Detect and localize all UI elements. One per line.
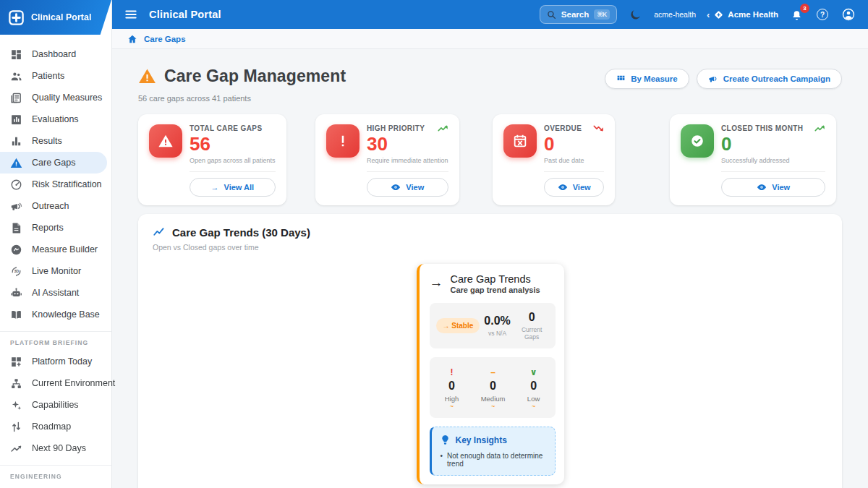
sidebar-item-next-90-days[interactable]: Next 90 Days	[0, 437, 111, 459]
care-gaps-warning-icon	[10, 157, 22, 169]
sidebar-item-label: Outreach	[32, 201, 69, 211]
trend-widget-title: Care Gap Trends	[451, 273, 540, 285]
stat-card-high-priority: HIGH PRIORITY 30 Require immediate atten…	[315, 114, 459, 205]
home-icon[interactable]	[127, 34, 137, 44]
sidebar-item-label: Patients	[32, 71, 64, 81]
divider	[190, 171, 276, 172]
sidebar-item-label: AI Assistant	[32, 288, 79, 298]
divider	[367, 171, 448, 172]
sidebar-item-outreach[interactable]: Outreach	[0, 195, 111, 217]
trend-up-icon	[438, 124, 448, 132]
org-chevron: ‹	[707, 9, 710, 20]
page-content: Care Gap Management By Measure Create Ou…	[112, 49, 868, 488]
sidebar-item-label: Live Monitor	[32, 266, 81, 276]
org-tree-icon	[10, 377, 22, 390]
divider	[721, 171, 825, 172]
severity-value: 0	[445, 380, 459, 393]
by-measure-button[interactable]: By Measure	[605, 69, 689, 89]
sidebar-item-results[interactable]: Results	[0, 130, 111, 152]
exclamation-icon	[326, 124, 359, 158]
megaphone-icon	[708, 74, 718, 84]
search-label: Search	[561, 10, 589, 19]
sidebar-item-roadmap[interactable]: Roadmap	[0, 416, 111, 437]
severity-medium: – 0 Medium ~	[481, 367, 506, 409]
search-icon	[547, 10, 556, 20]
sidebar-item-care-gaps[interactable]: Care Gaps	[0, 152, 107, 174]
page-actions: By Measure Create Outreach Campaign	[605, 69, 842, 89]
stat-label: OVERDUE	[544, 124, 582, 132]
stat-card-total-care-gaps: TOTAL CARE GAPS 56 Open gaps across all …	[138, 114, 286, 205]
view-all-button[interactable]: → View All	[190, 178, 276, 197]
sidebar-item-capabilities[interactable]: Capabilities	[0, 394, 111, 416]
trends-subtitle: Open vs Closed gaps over time	[153, 243, 827, 252]
trend-widget: → Care Gap Trends Care gap trend analysi…	[417, 264, 564, 484]
breadcrumb-current[interactable]: Care Gaps	[144, 35, 186, 43]
account-button[interactable]	[841, 7, 856, 22]
sidebar-brand[interactable]: Clinical Portal	[0, 0, 111, 35]
by-measure-label: By Measure	[631, 74, 678, 83]
notifications-button[interactable]: 3	[789, 7, 804, 22]
sidebar-item-knowledge-base[interactable]: Knowledge Base	[0, 304, 111, 325]
stat-desc: Past due date	[544, 157, 604, 164]
create-outreach-campaign-button[interactable]: Create Outreach Campaign	[697, 69, 842, 89]
severity-label: Medium	[481, 395, 506, 403]
search-button[interactable]: Search ⌘K	[540, 5, 617, 24]
breadcrumb: Care Gaps	[112, 29, 868, 49]
sidebar-brand-label: Clinical Portal	[31, 12, 91, 22]
sidebar-item-current-environment[interactable]: Current Environment	[0, 372, 111, 394]
help-icon: ?	[817, 9, 828, 20]
view-button[interactable]: View	[367, 178, 448, 197]
stat-card-overdue: OVERDUE 0 Past due date View	[493, 114, 615, 205]
eye-icon	[757, 184, 767, 191]
sidebar-item-quality-measures[interactable]: Quality Measures	[0, 87, 111, 108]
tilde-mark: ~	[481, 403, 506, 409]
sidebar-item-label: Current Environment	[32, 378, 115, 388]
severity-value: 0	[481, 380, 506, 393]
sidebar-item-live-monitor[interactable]: 3D Live Monitor	[0, 260, 111, 282]
sidebar-item-reports[interactable]: Reports	[0, 217, 111, 239]
sidebar-item-ai-assistant[interactable]: AI Assistant	[0, 282, 111, 304]
menu-icon[interactable]	[122, 5, 140, 24]
tilde-mark: ~	[445, 403, 459, 409]
org-switcher[interactable]: ‹ Acme Health	[707, 9, 778, 20]
trend-current-caption: Current Gaps	[515, 326, 549, 341]
severity-high: ! 0 High ~	[445, 367, 459, 409]
sidebar-item-dashboard[interactable]: Dashboard	[0, 43, 111, 65]
sidebar-item-label: Capabilities	[32, 400, 79, 410]
divider	[544, 171, 604, 172]
stat-value: 56	[190, 134, 276, 154]
appbar-title: Clinical Portal	[149, 9, 221, 20]
grid-icon	[616, 74, 626, 84]
gauge-icon	[10, 179, 22, 191]
stat-value: 0	[721, 134, 825, 154]
results-icon	[10, 135, 22, 147]
view-button[interactable]: View	[544, 178, 604, 197]
sidebar-item-evaluations[interactable]: Evaluations	[0, 108, 111, 130]
help-button[interactable]: ?	[815, 7, 830, 22]
bullet-mark: •	[441, 452, 443, 460]
arrow-right-icon: →	[430, 275, 443, 289]
moon-icon	[629, 9, 642, 21]
view-button[interactable]: View	[721, 178, 825, 197]
trend-widget-subtitle: Care gap trend analysis	[451, 286, 540, 294]
stat-label: HIGH PRIORITY	[367, 124, 425, 132]
key-insights-title: Key Insights	[456, 435, 507, 445]
sidebar-item-label: Next 90 Days	[32, 443, 86, 453]
page-subtitle: 56 care gaps across 41 patients	[138, 94, 842, 103]
sidebar-item-label: Knowledge Base	[32, 309, 100, 320]
sidebar-item-label: Measure Builder	[32, 244, 98, 254]
sidebar-item-platform-today[interactable]: Platform Today	[0, 351, 111, 372]
severity-value: 0	[527, 380, 540, 393]
warning-triangle-icon	[138, 67, 156, 85]
insight-text: Not enough data to determine trend	[447, 452, 545, 468]
theme-toggle[interactable]	[628, 7, 643, 22]
calendar-x-icon	[503, 124, 537, 158]
appbar-right-cluster: Search ⌘K acme-health ‹ Acme Health 3 ?	[540, 5, 868, 24]
sidebar-item-overview[interactable]: Overview	[0, 484, 111, 488]
sidebar-item-label: Quality Measures	[32, 93, 102, 103]
sidebar-item-patients[interactable]: Patients	[0, 65, 111, 87]
arrow-right-icon: →	[211, 183, 219, 192]
sidebar-item-measure-builder[interactable]: Measure Builder	[0, 239, 111, 260]
sidebar-item-label: Care Gaps	[32, 158, 75, 168]
sidebar-item-risk-stratification[interactable]: Risk Stratification	[0, 174, 111, 195]
